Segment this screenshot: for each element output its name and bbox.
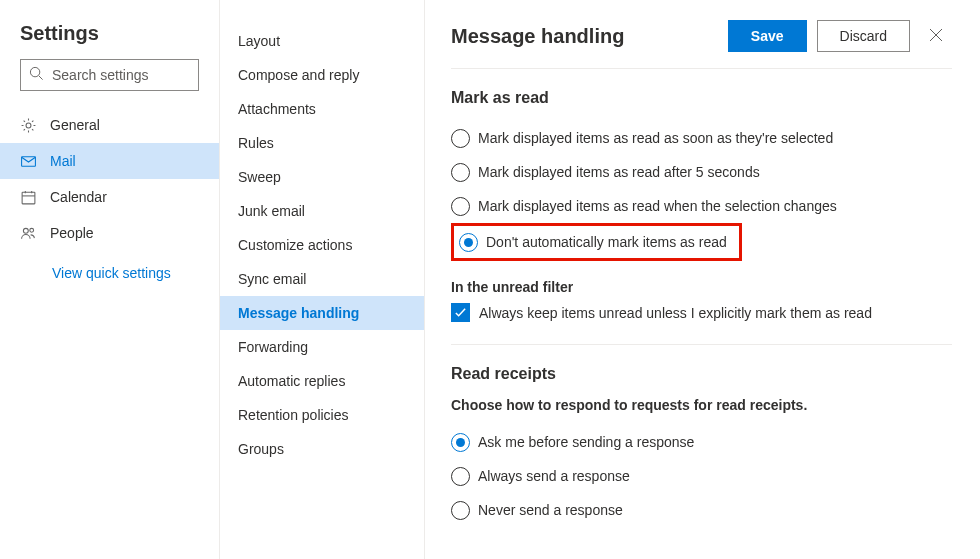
category-label: Calendar [50, 189, 107, 205]
settings-title: Settings [0, 22, 219, 59]
radio-icon [451, 129, 470, 148]
mark-as-read-heading: Mark as read [451, 89, 952, 107]
close-button[interactable] [920, 20, 952, 52]
unread-filter-heading: In the unread filter [451, 279, 952, 295]
svg-point-9 [30, 228, 34, 232]
save-button[interactable]: Save [728, 20, 807, 52]
radio-icon [451, 501, 470, 520]
receipt-option-never[interactable]: Never send a response [451, 493, 952, 527]
nav-item-rules[interactable]: Rules [220, 126, 424, 160]
pane-title: Message handling [451, 25, 624, 48]
mark-read-option-selected[interactable]: Mark displayed items as read as soon as … [451, 121, 952, 155]
mark-read-option-after-delay[interactable]: Mark displayed items as read after 5 sec… [451, 155, 952, 189]
discard-button[interactable]: Discard [817, 20, 910, 52]
read-receipts-help: Choose how to respond to requests for re… [451, 397, 952, 413]
nav-item-message-handling[interactable]: Message handling [220, 296, 424, 330]
people-icon [20, 225, 37, 242]
mail-icon [20, 153, 37, 170]
svg-line-1 [39, 76, 43, 80]
calendar-icon [20, 189, 37, 206]
category-calendar[interactable]: Calendar [0, 179, 219, 215]
section-divider [451, 344, 952, 345]
nav-item-sweep[interactable]: Sweep [220, 160, 424, 194]
view-quick-settings-link[interactable]: View quick settings [0, 251, 219, 281]
radio-label: Mark displayed items as read when the se… [478, 198, 837, 214]
mark-read-option-selection-changes[interactable]: Mark displayed items as read when the se… [451, 189, 952, 223]
category-people[interactable]: People [0, 215, 219, 251]
read-receipts-heading: Read receipts [451, 365, 952, 383]
radio-label: Mark displayed items as read after 5 sec… [478, 164, 760, 180]
gear-icon [20, 117, 37, 134]
nav-item-forwarding[interactable]: Forwarding [220, 330, 424, 364]
radio-icon [451, 467, 470, 486]
nav-item-layout[interactable]: Layout [220, 24, 424, 58]
nav-item-junk-email[interactable]: Junk email [220, 194, 424, 228]
highlight-annotation: Don't automatically mark items as read [451, 223, 742, 261]
radio-label: Mark displayed items as read as soon as … [478, 130, 833, 146]
nav-item-customize-actions[interactable]: Customize actions [220, 228, 424, 262]
checkbox-checked-icon [451, 303, 470, 322]
receipt-option-always[interactable]: Always send a response [451, 459, 952, 493]
nav-item-compose-and-reply[interactable]: Compose and reply [220, 58, 424, 92]
radio-icon [459, 233, 478, 252]
unread-filter-checkbox-row[interactable]: Always keep items unread unless I explic… [451, 303, 952, 322]
category-mail[interactable]: Mail [0, 143, 219, 179]
radio-icon [451, 197, 470, 216]
category-label: People [50, 225, 94, 241]
settings-sidebar: Settings General Mail Calendar [0, 0, 220, 559]
search-settings-wrap[interactable] [20, 59, 199, 91]
svg-rect-4 [22, 192, 35, 204]
category-general[interactable]: General [0, 107, 219, 143]
svg-point-2 [26, 123, 31, 128]
radio-icon [451, 433, 470, 452]
checkbox-label: Always keep items unread unless I explic… [479, 305, 872, 321]
category-label: Mail [50, 153, 76, 169]
radio-label: Ask me before sending a response [478, 434, 694, 450]
nav-item-retention-policies[interactable]: Retention policies [220, 398, 424, 432]
radio-icon [451, 163, 470, 182]
nav-item-automatic-replies[interactable]: Automatic replies [220, 364, 424, 398]
radio-label: Don't automatically mark items as read [486, 234, 727, 250]
search-icon [29, 66, 44, 84]
category-label: General [50, 117, 100, 133]
svg-point-0 [30, 67, 39, 76]
nav-item-groups[interactable]: Groups [220, 432, 424, 466]
radio-label: Always send a response [478, 468, 630, 484]
mark-read-option-dont-auto[interactable]: Don't automatically mark items as read [459, 229, 727, 255]
search-input[interactable] [52, 67, 227, 83]
mail-sub-nav: LayoutCompose and replyAttachmentsRulesS… [220, 0, 425, 559]
nav-item-attachments[interactable]: Attachments [220, 92, 424, 126]
settings-detail-pane: Message handling Save Discard Mark as re… [425, 0, 980, 559]
svg-point-8 [23, 228, 28, 233]
nav-item-sync-email[interactable]: Sync email [220, 262, 424, 296]
receipt-option-ask[interactable]: Ask me before sending a response [451, 425, 952, 459]
close-icon [929, 28, 943, 45]
radio-label: Never send a response [478, 502, 623, 518]
